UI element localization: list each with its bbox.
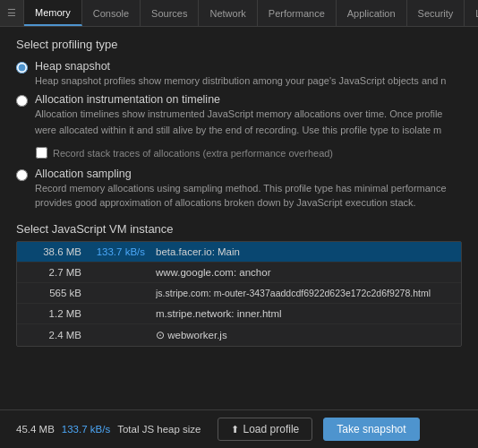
- stack-trace-label: Record stack traces of allocations (extr…: [53, 148, 333, 159]
- tab-sources[interactable]: Sources: [141, 0, 199, 26]
- vm-size: 38.6 MB: [26, 246, 89, 257]
- vm-rate: 133.7 kB/s: [89, 246, 156, 257]
- tab-console[interactable]: Console: [82, 0, 141, 26]
- vm-row[interactable]: 1.2 MB m.stripe.network: inner.html: [17, 304, 461, 324]
- footer-total-label: Total JS heap size: [117, 424, 201, 435]
- option-allocation-instrumentation[interactable]: Allocation instrumentation on timeline A…: [16, 93, 462, 137]
- allocation-sampling-label: Allocation sampling: [35, 168, 462, 180]
- sidebar-toggle[interactable]: ☰: [0, 0, 24, 26]
- main-content: Select profiling type Heap snapshot Heap…: [0, 27, 478, 448]
- vm-size: 2.7 MB: [26, 267, 89, 278]
- footer: 45.4 MB 133.7 kB/s Total JS heap size ⬆ …: [0, 409, 478, 448]
- vm-size: 565 kB: [26, 288, 89, 298]
- footer-stats: 45.4 MB 133.7 kB/s Total JS heap size: [16, 424, 201, 435]
- radio-allocation-instrumentation[interactable]: [16, 95, 28, 107]
- vm-size: 1.2 MB: [26, 308, 89, 319]
- take-snapshot-button[interactable]: Take snapshot: [323, 418, 419, 441]
- vm-name: beta.facer.io: Main: [156, 246, 452, 257]
- section-title: Select profiling type: [16, 38, 462, 51]
- allocation-instrumentation-desc2: were allocated within it and still alive…: [35, 124, 447, 137]
- tab-lighthouse[interactable]: Lighthouse: [465, 0, 478, 26]
- vm-row[interactable]: 2.4 MB ⊙ webworker.js: [17, 324, 461, 346]
- vm-row[interactable]: 38.6 MB 133.7 kB/s beta.facer.io: Main: [17, 242, 461, 263]
- vm-row[interactable]: 565 kB js.stripe.com: m-outer-3437aaddcd…: [17, 283, 461, 304]
- vm-size: 2.4 MB: [26, 330, 89, 340]
- heap-snapshot-label: Heap snapshot: [35, 60, 462, 73]
- vm-name: js.stripe.com: m-outer-3437aaddcdf6922d6…: [156, 288, 452, 298]
- load-profile-button[interactable]: ⬆ Load profile: [218, 418, 313, 441]
- footer-total-rate: 133.7 kB/s: [62, 424, 110, 435]
- vm-name: www.google.com: anchor: [156, 267, 452, 278]
- tab-security[interactable]: Security: [407, 0, 465, 26]
- tab-bar: ☰ Memory Console Sources Network Perform…: [0, 0, 478, 27]
- radio-allocation-sampling[interactable]: [16, 169, 28, 181]
- vm-name: ⊙ webworker.js: [156, 329, 452, 341]
- allocation-instrumentation-label: Allocation instrumentation on timeline: [35, 93, 462, 106]
- tab-application[interactable]: Application: [337, 0, 407, 26]
- allocation-instrumentation-desc1: Allocation timelines show instrumented J…: [35, 108, 447, 121]
- stack-trace-checkbox-row: Record stack traces of allocations (extr…: [36, 147, 462, 159]
- vm-instance-table: 38.6 MB 133.7 kB/s beta.facer.io: Main 2…: [16, 241, 462, 347]
- option-heap-snapshot[interactable]: Heap snapshot Heap snapshot profiles sho…: [16, 60, 462, 88]
- tab-performance[interactable]: Performance: [258, 0, 337, 26]
- tab-network[interactable]: Network: [199, 0, 257, 26]
- option-allocation-sampling[interactable]: Allocation sampling Record memory alloca…: [16, 168, 462, 210]
- vm-section-title: Select JavaScript VM instance: [16, 222, 462, 236]
- vm-row[interactable]: 2.7 MB www.google.com: anchor: [17, 263, 461, 283]
- radio-heap-snapshot[interactable]: [16, 62, 28, 73]
- stack-trace-checkbox[interactable]: [36, 147, 47, 159]
- heap-snapshot-desc: Heap snapshot profiles show memory distr…: [35, 74, 447, 88]
- allocation-sampling-desc: Record memory allocations using sampling…: [35, 182, 456, 210]
- upload-icon: ⬆: [231, 424, 239, 435]
- footer-total-size: 45.4 MB: [16, 424, 55, 435]
- tab-memory[interactable]: Memory: [24, 0, 82, 26]
- vm-name: m.stripe.network: inner.html: [156, 308, 452, 319]
